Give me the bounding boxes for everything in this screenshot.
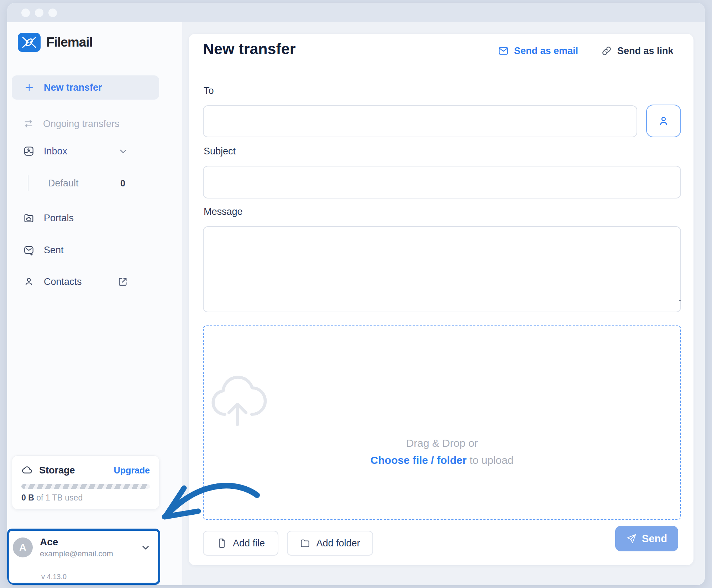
- send-as-link-toggle[interactable]: Send as link: [601, 45, 674, 57]
- send-button[interactable]: Send: [615, 526, 678, 551]
- window-control-dot-2[interactable]: [35, 9, 43, 17]
- sidebar-item-portals[interactable]: Portals: [12, 208, 159, 228]
- textarea-resize-handle[interactable]: [679, 300, 681, 301]
- portal-folder-icon: [23, 212, 35, 224]
- upgrade-link[interactable]: Upgrade: [114, 465, 150, 476]
- external-link-icon[interactable]: [117, 276, 129, 287]
- person-icon: [657, 114, 670, 128]
- brand-logo[interactable]: Filemail: [18, 33, 93, 52]
- new-transfer-card: New transfer Send as email: [189, 34, 693, 565]
- person-icon: [23, 276, 35, 287]
- transfer-arrows-icon: [23, 118, 34, 129]
- window-titlebar: [7, 3, 705, 22]
- filemail-logo-icon: [18, 33, 41, 52]
- storage-card: Storage Upgrade 0 B of 1 TB used: [12, 455, 159, 509]
- message-label: Message: [204, 206, 243, 217]
- app-window: Filemail New transfer Ongoing transfers: [7, 3, 705, 585]
- subject-label: Subject: [204, 146, 236, 157]
- file-dropzone[interactable]: Drag & Drop or Choose file / folder to u…: [203, 325, 681, 520]
- inbox-icon: [23, 145, 35, 157]
- dropzone-hint: Drag & Drop or: [204, 437, 680, 449]
- folder-icon: [300, 538, 310, 549]
- envelope-icon: [498, 45, 509, 57]
- add-file-button[interactable]: Add file: [203, 531, 278, 556]
- storage-title: Storage: [39, 465, 75, 476]
- send-as-email-toggle[interactable]: Send as email: [498, 45, 578, 57]
- sidebar-item-inbox[interactable]: Inbox: [12, 141, 159, 161]
- pick-contact-button[interactable]: [646, 105, 681, 137]
- window-control-dot-1[interactable]: [21, 9, 30, 17]
- cloud-icon: [21, 464, 33, 476]
- sidebar-item-ongoing-transfers[interactable]: Ongoing transfers: [12, 114, 159, 134]
- account-box-highlighted: A Ace example@email.com v 4.13.0: [7, 529, 160, 585]
- sidebar-item-contacts[interactable]: Contacts: [12, 272, 159, 292]
- storage-usage-text: 0 B of 1 TB used: [21, 493, 150, 503]
- account-name: Ace: [40, 536, 113, 548]
- account-email: example@email.com: [40, 549, 113, 558]
- sidebar-item-inbox-default[interactable]: Default 0: [12, 173, 159, 193]
- choose-file-link[interactable]: Choose file / folder: [371, 454, 467, 466]
- divider: [12, 568, 158, 568]
- chevron-down-icon[interactable]: [118, 146, 129, 157]
- avatar: A: [13, 537, 33, 557]
- message-textarea[interactable]: [203, 226, 681, 312]
- link-icon: [601, 45, 612, 57]
- chevron-down-icon[interactable]: [140, 542, 151, 553]
- cloud-upload-icon: [204, 368, 680, 429]
- add-folder-button[interactable]: Add folder: [287, 531, 373, 556]
- inbox-default-count-badge: 0: [120, 178, 125, 189]
- page-title: New transfer: [203, 40, 295, 58]
- to-label: To: [204, 85, 214, 96]
- dropzone-choose-line: Choose file / folder to upload: [204, 454, 680, 466]
- storage-progress-bar: [21, 484, 150, 489]
- plus-icon: [24, 82, 35, 93]
- account-menu[interactable]: A Ace example@email.com: [13, 535, 155, 560]
- window-control-dot-3[interactable]: [48, 9, 57, 17]
- sidebar: Filemail New transfer Ongoing transfers: [7, 22, 182, 585]
- tree-line: [28, 175, 28, 191]
- app-version: v 4.13.0: [41, 573, 67, 581]
- subject-input[interactable]: [203, 166, 681, 198]
- brand-name: Filemail: [46, 35, 93, 50]
- sidebar-item-sent[interactable]: Sent: [12, 240, 159, 260]
- sent-envelope-icon: [23, 244, 35, 256]
- sidebar-item-new-transfer[interactable]: New transfer: [12, 75, 159, 100]
- file-icon: [216, 538, 227, 549]
- paper-plane-icon: [626, 533, 637, 544]
- main-area: New transfer Send as email: [182, 22, 705, 585]
- filemail-app: Filemail New transfer Ongoing transfers: [0, 0, 712, 588]
- to-input[interactable]: [203, 105, 637, 137]
